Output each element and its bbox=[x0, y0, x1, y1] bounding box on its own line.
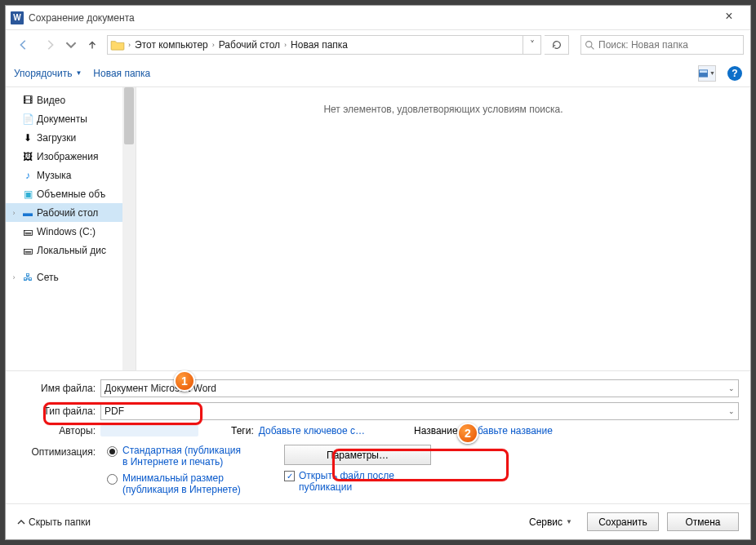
tags-label: Теги: bbox=[231, 425, 254, 436]
toolbar: Упорядочить ▼ Новая папка ▼ ? bbox=[6, 60, 750, 87]
tree-item[interactable]: 📄Документы bbox=[6, 109, 136, 128]
svg-point-0 bbox=[586, 41, 592, 47]
chevron-down-icon: ⌄ bbox=[728, 384, 735, 392]
optimize-label: Оптимизация: bbox=[17, 445, 100, 458]
filename-field[interactable]: Документ Microsoft Word ⌄ bbox=[100, 379, 739, 397]
authors-redacted[interactable] bbox=[100, 425, 198, 436]
optimize-minimum[interactable]: Минимальный размер (публикация в Интерне… bbox=[107, 472, 245, 495]
tree-item[interactable]: 🎞Видео bbox=[6, 91, 136, 109]
chevron-down-icon: ▼ bbox=[75, 69, 82, 77]
radio-checked-icon bbox=[107, 446, 118, 457]
nav-row: › Этот компьютер › Рабочий стол › Новая … bbox=[6, 30, 750, 60]
tree-item[interactable]: ▣Объемные объ bbox=[6, 184, 136, 203]
folder-icon bbox=[109, 37, 126, 53]
service-dropdown[interactable]: Сервис ▼ bbox=[529, 516, 572, 528]
address-bar[interactable]: › Этот компьютер › Рабочий стол › Новая … bbox=[107, 35, 541, 55]
refresh-button[interactable] bbox=[545, 35, 569, 55]
new-folder-button[interactable]: Новая папка bbox=[93, 68, 150, 79]
save-dialog: W Сохранение документа × › Этот компьюте… bbox=[5, 5, 751, 540]
options-button[interactable]: Параметры… bbox=[284, 445, 431, 465]
word-app-icon: W bbox=[11, 11, 24, 24]
close-button[interactable]: × bbox=[713, 7, 745, 29]
chevron-down-icon: ⌄ bbox=[728, 407, 735, 415]
recent-dropdown[interactable] bbox=[64, 33, 78, 56]
tags-hint[interactable]: Добавьте ключевое с… bbox=[259, 425, 365, 436]
filetype-field[interactable]: PDF ⌄ bbox=[100, 402, 739, 420]
titlebar: W Сохранение документа × bbox=[6, 6, 750, 30]
tree-item-selected[interactable]: ›▬Рабочий стол bbox=[6, 203, 136, 222]
search-input[interactable]: Поиск: Новая папка bbox=[580, 35, 744, 55]
tree-item[interactable]: 🖼Изображения bbox=[6, 147, 136, 166]
organize-button[interactable]: Упорядочить ▼ bbox=[14, 68, 82, 79]
file-listing[interactable]: Нет элементов, удовлетворяющих условиям … bbox=[136, 87, 750, 370]
svg-rect-2 bbox=[700, 70, 707, 73]
back-button[interactable] bbox=[12, 33, 35, 56]
title-label: Название: bbox=[414, 425, 460, 436]
up-button[interactable] bbox=[81, 33, 104, 56]
tree-item-network[interactable]: ›🖧Сеть bbox=[6, 268, 136, 286]
checkbox-checked-icon: ✓ bbox=[284, 471, 295, 481]
breadcrumb-root[interactable]: Этот компьютер bbox=[131, 36, 211, 54]
open-after-checkbox[interactable]: ✓ Открыть файл после публикации bbox=[284, 470, 431, 493]
bottom-bar: Скрыть папки Сервис ▼ Сохранить Отмена bbox=[6, 503, 750, 539]
chevron-down-icon: ▼ bbox=[566, 518, 572, 525]
hide-folders-button[interactable]: Скрыть папки bbox=[17, 516, 91, 528]
tree-item[interactable]: ⬇Загрузки bbox=[6, 128, 136, 147]
filename-label: Имя файла: bbox=[17, 383, 100, 394]
view-options[interactable]: ▼ bbox=[698, 65, 716, 82]
help-button[interactable]: ? bbox=[727, 66, 742, 81]
breadcrumb-leaf[interactable]: Новая папка bbox=[287, 36, 351, 54]
breadcrumb-desktop[interactable]: Рабочий стол bbox=[216, 36, 283, 54]
filetype-label: Тип файла: bbox=[17, 405, 100, 417]
address-dropdown[interactable]: ˅ bbox=[523, 36, 540, 54]
search-placeholder: Поиск: Новая папка bbox=[598, 39, 688, 51]
tree-item[interactable]: ♪Музыка bbox=[6, 166, 136, 184]
save-button[interactable]: Сохранить bbox=[587, 512, 659, 531]
optimize-standard[interactable]: Стандартная (публикация в Интернете и пе… bbox=[107, 445, 245, 467]
title-hint[interactable]: Добавьте название bbox=[465, 425, 553, 436]
tree-scrollbar[interactable] bbox=[122, 87, 136, 370]
radio-unchecked-icon bbox=[107, 474, 118, 485]
tree-item[interactable]: 🖴Windows (C:) bbox=[6, 222, 136, 241]
window-title: Сохранение документа bbox=[29, 12, 713, 24]
nav-tree[interactable]: 🎞Видео 📄Документы ⬇Загрузки 🖼Изображения… bbox=[6, 87, 136, 370]
authors-label: Авторы: bbox=[17, 425, 100, 436]
forward-button[interactable] bbox=[38, 33, 61, 56]
empty-message: Нет элементов, удовлетворяющих условиям … bbox=[136, 104, 750, 115]
cancel-button[interactable]: Отмена bbox=[667, 512, 739, 531]
save-form: Имя файла: Документ Microsoft Word ⌄ Тип… bbox=[6, 370, 750, 503]
tree-item[interactable]: 🖴Локальный дис bbox=[6, 241, 136, 259]
content-area: 🎞Видео 📄Документы ⬇Загрузки 🖼Изображения… bbox=[6, 87, 750, 370]
